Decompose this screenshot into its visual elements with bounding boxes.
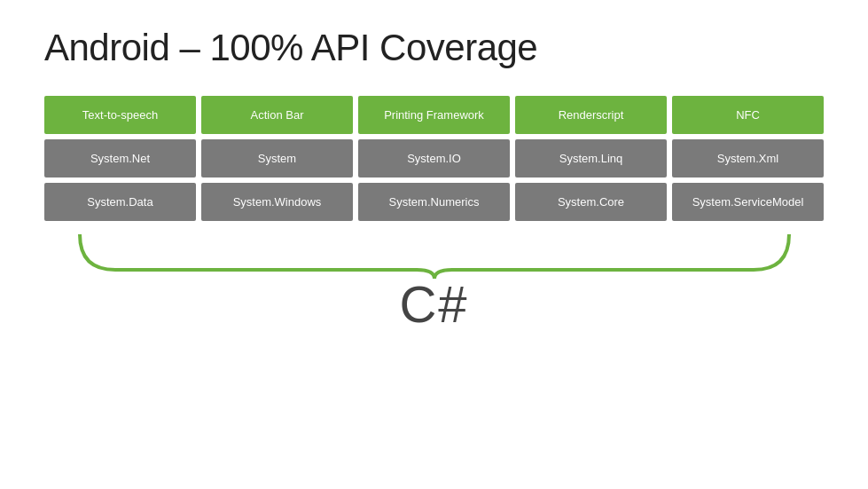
grid-cell-r0c2: Printing Framework — [358, 96, 510, 134]
api-grid: Text-to-speechAction BarPrinting Framewo… — [44, 96, 824, 221]
brace-icon — [71, 230, 798, 279]
brace-section: C# — [44, 230, 824, 334]
grid-cell-r2c0: System.Data — [44, 183, 196, 221]
csharp-label: C# — [399, 274, 468, 334]
grid-cell-r1c4: System.Xml — [672, 139, 824, 177]
grid-cell-r2c4: System.ServiceModel — [672, 183, 824, 221]
grid-cell-r2c3: System.Core — [515, 183, 667, 221]
grid-cell-r0c1: Action Bar — [201, 96, 353, 134]
grid-cell-r0c3: Renderscript — [515, 96, 667, 134]
grid-cell-r1c2: System.IO — [358, 139, 510, 177]
grid-cell-r1c3: System.Linq — [515, 139, 667, 177]
grid-cell-r0c0: Text-to-speech — [44, 96, 196, 134]
page-title: Android – 100% API Coverage — [44, 27, 824, 69]
slide: Android – 100% API Coverage Text-to-spee… — [0, 0, 868, 489]
grid-cell-r1c1: System — [201, 139, 353, 177]
grid-cell-r2c1: System.Windows — [201, 183, 353, 221]
grid-cell-r2c2: System.Numerics — [358, 183, 510, 221]
grid-cell-r0c4: NFC — [672, 96, 824, 134]
grid-cell-r1c0: System.Net — [44, 139, 196, 177]
